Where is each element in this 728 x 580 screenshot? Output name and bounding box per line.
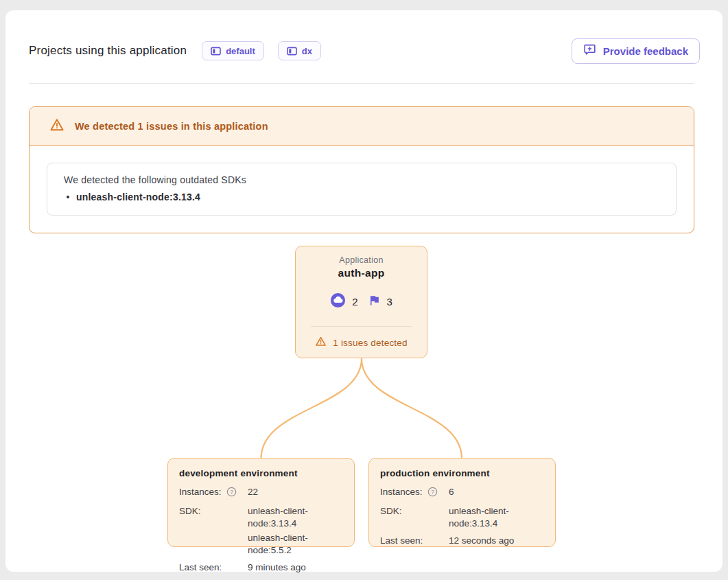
cloud-icon bbox=[330, 292, 346, 311]
issues-alert: We detected 1 issues in this application… bbox=[29, 106, 694, 233]
application-counts: 2 3 bbox=[296, 292, 427, 311]
application-diagram: Application auth-app 2 bbox=[5, 233, 723, 572]
environment-card-production: production environment Instances: ? 6 SD… bbox=[368, 458, 556, 547]
page-title: Projects using this application bbox=[29, 44, 187, 58]
feedback-icon bbox=[583, 43, 596, 58]
last-seen-label: Last seen: bbox=[179, 561, 222, 574]
project-icon bbox=[211, 47, 221, 56]
environment-title: production environment bbox=[380, 468, 544, 478]
last-seen-label: Last seen: bbox=[380, 535, 423, 547]
project-badge-label: default bbox=[226, 46, 255, 56]
project-badges: default dx bbox=[202, 41, 321, 60]
issues-alert-body: We detected the following outdated SDKs … bbox=[30, 146, 694, 233]
warning-icon bbox=[315, 336, 327, 349]
help-icon[interactable]: ? bbox=[427, 487, 438, 500]
help-icon[interactable]: ? bbox=[226, 487, 237, 500]
issues-alert-title: We detected 1 issues in this application bbox=[75, 121, 268, 132]
project-badge-label: dx bbox=[302, 46, 312, 56]
application-name: auth-app bbox=[296, 267, 427, 279]
instances-label: Instances: bbox=[179, 486, 222, 498]
instances-row: Instances: ? 22 bbox=[179, 486, 343, 500]
sdk-row: SDK: unleash-client-node:3.13.4 bbox=[380, 505, 544, 530]
project-badge-dx[interactable]: dx bbox=[278, 41, 321, 60]
outdated-sdk-name: unleash-client-node:3.13.4 bbox=[76, 192, 200, 202]
main-panel: Projects using this application default bbox=[5, 10, 723, 572]
sdk-label: SDK: bbox=[380, 505, 402, 518]
instances-value: 22 bbox=[248, 486, 343, 500]
environment-title: development environment bbox=[179, 468, 343, 478]
header: Projects using this application default bbox=[29, 38, 700, 64]
sdk-label: SDK: bbox=[179, 505, 201, 518]
instances-value: 6 bbox=[449, 486, 544, 500]
flags-count-value: 3 bbox=[387, 296, 392, 308]
environments-count-value: 2 bbox=[352, 296, 357, 308]
svg-text:?: ? bbox=[431, 489, 434, 496]
outdated-sdk-item: unleash-client-node:3.13.4 bbox=[64, 192, 659, 202]
warning-icon bbox=[49, 117, 64, 135]
outdated-sdks-heading: We detected the following outdated SDKs bbox=[64, 174, 659, 185]
last-seen-value: 12 seconds ago bbox=[449, 535, 544, 547]
project-icon bbox=[287, 47, 297, 56]
environment-card-development: development environment Instances: ? 22 … bbox=[167, 458, 355, 547]
header-divider bbox=[29, 83, 694, 84]
sdk-value: unleash-client-node:3.13.4 bbox=[449, 505, 544, 530]
bullet-icon bbox=[67, 196, 69, 198]
flags-count: 3 bbox=[368, 294, 392, 310]
instances-label: Instances: bbox=[380, 486, 423, 498]
application-card: Application auth-app 2 bbox=[295, 246, 427, 358]
last-seen-row: Last seen: 12 seconds ago bbox=[380, 535, 544, 547]
sdk-row: SDK: unleash-client-node:3.13.4 unleash-… bbox=[179, 505, 343, 557]
issues-alert-banner: We detected 1 issues in this application bbox=[30, 107, 694, 146]
feedback-button-label: Provide feedback bbox=[603, 45, 688, 57]
application-issues: 1 issues detected bbox=[296, 336, 427, 349]
environments-count: 2 bbox=[330, 292, 357, 311]
last-seen-value: 9 minutes ago bbox=[248, 561, 343, 574]
sdk-value: unleash-client-node:5.5.2 bbox=[248, 532, 343, 557]
instances-row: Instances: ? 6 bbox=[380, 486, 544, 500]
project-badge-default[interactable]: default bbox=[202, 41, 264, 60]
outdated-sdks-box: We detected the following outdated SDKs … bbox=[47, 163, 677, 216]
flag-icon bbox=[368, 294, 381, 310]
provide-feedback-button[interactable]: Provide feedback bbox=[572, 38, 700, 64]
last-seen-row: Last seen: 9 minutes ago bbox=[179, 561, 343, 574]
svg-text:?: ? bbox=[230, 489, 233, 496]
application-issues-text: 1 issues detected bbox=[333, 338, 407, 348]
sdk-value: unleash-client-node:3.13.4 bbox=[248, 505, 343, 530]
application-label: Application bbox=[296, 255, 427, 265]
application-card-divider bbox=[311, 326, 412, 327]
